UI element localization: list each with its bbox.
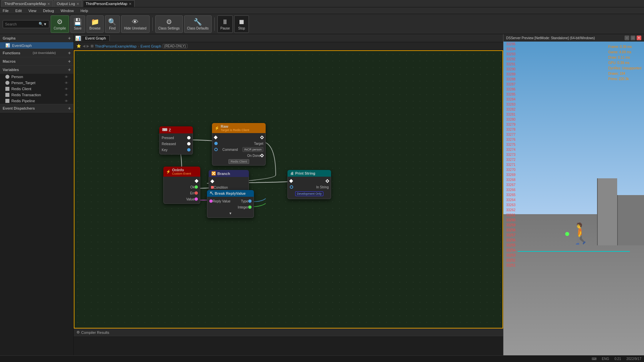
preview-viewport[interactable]: 🚶 Frame: 0.39 ms Game: 4.69 ms Draw: 0.1… [503,42,644,355]
node-print-icon: 🖨 [290,171,294,175]
menu-view[interactable]: View [27,9,38,13]
tab-third-person-map-1[interactable]: ThirdPersonExampleMap ✕ [1,0,53,7]
node-branch-header: 🔀 Branch [209,170,249,177]
breadcrumb: ⭐ ◀ ▶ ⊞ ThirdPersonExampleMap › Event Gr… [74,42,503,50]
node-z[interactable]: ⌨ Z Pressed Released Key [159,126,193,155]
menu-debug[interactable]: Debug [42,9,55,13]
variable-redis-client-icon [5,87,9,91]
node-oninfo-err-pin[interactable] [195,191,198,195]
node-z-key-pin[interactable] [187,148,191,152]
event-graph-icon: 📊 [5,43,10,48]
node-branch-condition-pin[interactable] [211,186,214,189]
breadcrumb-nav-left[interactable]: ◀ [83,44,85,48]
pause-button[interactable]: ⏸ Pause [217,15,233,33]
node-break-expand-row[interactable]: ▼ [207,210,254,216]
preview-close-button[interactable]: ✕ [637,36,641,40]
menu-edit[interactable]: Edit [14,9,23,13]
keyboard-indicator: ⌨ [592,357,596,361]
find-icon: 🔍 [108,18,116,26]
node-print-exec-in-pin[interactable] [289,179,293,183]
node-raw-exec-out-pin[interactable] [260,135,264,139]
node-print-header: 🖨 Print String [287,170,331,177]
variable-redis-client-eye[interactable]: 👁 [65,87,68,91]
node-print-string[interactable]: 🖨 Print String In String Development Onl [287,170,331,199]
add-macro-button[interactable]: + [68,59,71,64]
add-variable-button[interactable]: + [68,67,71,72]
log-number: 33251 [506,263,516,268]
variable-redis-transaction[interactable]: Redis Transaction 👁 [0,92,73,98]
hide-icon: 👁 [132,18,139,26]
variable-redis-pipeline-eye[interactable]: 👁 [65,99,68,103]
macros-header[interactable]: Macros + [0,57,73,65]
variable-redis-client[interactable]: Redis Client 👁 [0,86,73,92]
canvas-tab-event-graph[interactable]: Event Graph [82,35,110,41]
status-time: 0:21 [614,357,621,361]
add-dispatcher-button[interactable]: + [68,106,71,111]
stat-frame-value: 0.39 ms [620,45,632,49]
node-raw-target-pin[interactable] [214,142,218,145]
blueprint-canvas[interactable]: ⌨ Z Pressed Released Key [74,50,503,328]
menu-help[interactable]: Help [79,9,90,13]
variable-person-target-eye[interactable]: 👁 [65,81,68,85]
add-function-button[interactable]: + [68,50,71,56]
class-settings-button[interactable]: ⚙ Class Settings [155,15,183,33]
node-print-instring-pin[interactable] [290,185,293,189]
variables-header[interactable]: Variables + [0,66,73,74]
node-print-exec-out-pin[interactable] [325,179,329,183]
compile-button[interactable]: ⚙ Compile [51,15,69,33]
variable-person-target[interactable]: Person_Target 👁 [0,80,73,86]
functions-header[interactable]: Functions (10 Overridable) + [0,49,73,57]
node-raw-command-pin[interactable] [214,148,218,151]
tab-close-icon[interactable]: ✕ [76,2,79,6]
tab-close-icon[interactable]: ✕ [47,2,50,6]
class-defaults-button[interactable]: 🔧 Class Defaults [184,15,212,33]
browse-button[interactable]: 📁 Browse [87,15,104,33]
tab-third-person-map-2[interactable]: ThirdPersonExampleMap ✕ [83,0,135,7]
node-print-exec-row [288,178,331,184]
node-break-reply[interactable]: ⛏ Break ReplyValue Reply Value Type Inte… [207,190,254,218]
preview-minimize-button[interactable]: − [625,36,629,40]
menu-file[interactable]: File [1,9,10,13]
node-break-replyvalue-pin[interactable] [209,199,213,203]
node-raw-ondone-pin[interactable] [260,154,264,157]
node-raw-exec-in-pin[interactable] [214,135,217,139]
node-oninfo[interactable]: ⚡ OnInfo Custom Event Ok [163,167,200,204]
search-dropdown-icon[interactable]: ▼ [43,22,47,26]
event-dispatchers-header[interactable]: Event Dispatchers + [0,104,73,112]
node-break-expand-icon[interactable]: ▼ [229,212,232,215]
breadcrumb-map[interactable]: ThirdPersonExampleMap [95,44,137,48]
event-graph-item[interactable]: 📊 EventGraph [0,42,73,49]
node-break-type-pin[interactable] [248,199,252,203]
breadcrumb-graph[interactable]: Event Graph [141,44,161,48]
graphs-label: Graphs [3,36,16,40]
search-input[interactable] [5,22,39,26]
node-raw-redis-client-badge: Redis Client [228,159,250,164]
variable-redis-pipeline[interactable]: Redis Pipeline 👁 [0,98,73,104]
find-button[interactable]: 🔍 Find [105,15,120,33]
tab-close-icon[interactable]: ✕ [129,2,131,6]
node-raw[interactable]: ⚡ Raw Target is Redis Client Target [212,123,266,166]
hide-unrelated-button[interactable]: 👁 Hide Unrelated [121,15,150,33]
node-oninfo-value-pin[interactable] [195,197,198,201]
variable-person[interactable]: Person 👁 [0,74,73,80]
variable-person-eye[interactable]: 👁 [65,75,68,79]
menu-window[interactable]: Window [59,9,75,13]
node-z-released-pin[interactable] [187,142,191,145]
node-z-pressed-pin[interactable] [187,136,191,139]
variable-redis-transaction-eye[interactable]: 👁 [65,93,68,97]
node-break-type-label: Type [241,199,248,203]
node-raw-icon: ⚡ [215,126,219,130]
node-branch-exec-in-pin[interactable] [210,179,214,183]
node-oninfo-value-row: Value [164,196,200,202]
add-graph-button[interactable]: + [68,36,71,41]
node-break-integer-pin[interactable] [248,205,252,209]
graphs-header[interactable]: Graphs + [0,34,73,42]
breadcrumb-nav-right[interactable]: ▶ [87,44,89,48]
save-button[interactable]: 💾 Save [70,15,85,33]
tab-output-log[interactable]: Output Log ✕ [54,0,82,7]
node-break-replyvalue-label: Reply Value [213,199,230,203]
node-oninfo-ok-pin[interactable] [195,185,198,189]
node-oninfo-exec-pin[interactable] [195,179,198,183]
stop-button[interactable]: ⏹ Stop [234,15,249,33]
preview-maximize-button[interactable]: □ [631,36,635,40]
